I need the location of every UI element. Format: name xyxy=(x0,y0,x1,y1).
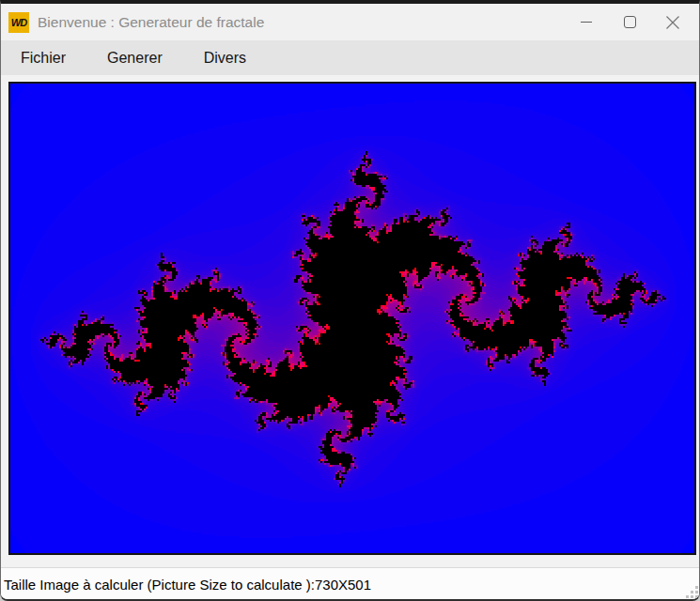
status-text: Taille Image à calculer (Picture Size to… xyxy=(4,577,371,593)
window-title: Bienvenue : Generateur de fractale xyxy=(38,14,264,31)
menu-item-fichier[interactable]: Fichier xyxy=(1,40,86,75)
window-controls xyxy=(565,4,694,40)
menu-item-generer[interactable]: Generer xyxy=(86,40,183,75)
menubar: Fichier Generer Divers xyxy=(1,40,699,75)
minimize-button[interactable] xyxy=(565,4,608,40)
fractal-image xyxy=(10,84,694,553)
titlebar: WD Bienvenue : Generateur de fractale xyxy=(1,4,699,40)
close-button[interactable] xyxy=(651,4,694,40)
maximize-button[interactable] xyxy=(608,4,651,40)
fractal-frame xyxy=(8,82,696,555)
close-icon xyxy=(665,15,680,30)
app-icon[interactable]: WD xyxy=(8,12,29,33)
app-window: WD Bienvenue : Generateur de fractale Fi… xyxy=(0,0,700,601)
resize-grip-icon[interactable] xyxy=(686,586,698,598)
menu-item-divers[interactable]: Divers xyxy=(183,40,267,75)
statusbar: Taille Image à calculer (Picture Size to… xyxy=(1,567,699,600)
maximize-icon xyxy=(624,16,636,28)
minimize-icon xyxy=(581,22,592,23)
